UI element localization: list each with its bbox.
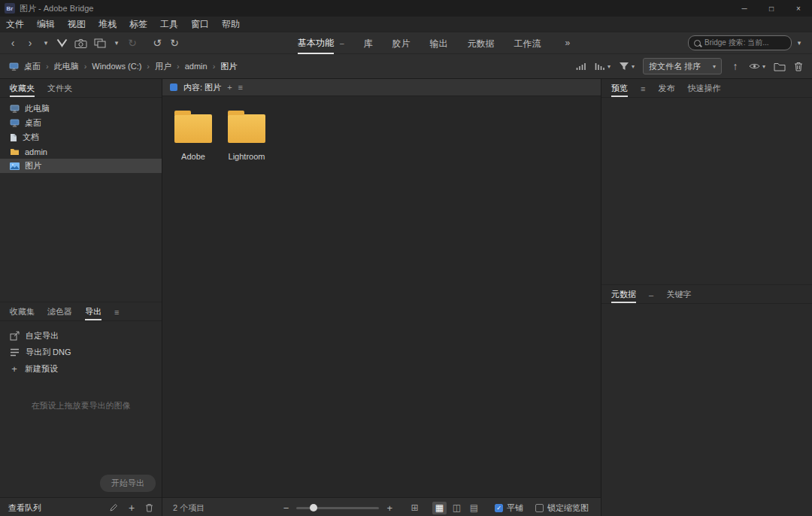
breadcrumb-drive-c[interactable]: Windows (C:) xyxy=(92,62,141,71)
path-bar: 桌面 › 此电脑 › Windows (C:) › 用户 › admin › 图… xyxy=(0,53,812,79)
filter-chevron-icon: ▾ xyxy=(632,63,635,70)
export-icon xyxy=(10,331,20,341)
workspace-menu-icon[interactable]: – xyxy=(340,39,344,47)
export-drop-hint: 在预设上拖放要导出的图像 xyxy=(17,399,145,412)
metadata-panel-menu-icon[interactable]: – xyxy=(649,290,653,303)
zoom-out-icon[interactable]: − xyxy=(283,502,289,514)
folder-tile-adobe[interactable]: Adobe xyxy=(168,105,218,164)
list-view-icon[interactable]: ▤ xyxy=(467,502,481,514)
search-input[interactable]: Bridge 搜索: 当前... xyxy=(688,35,792,50)
menu-file[interactable]: 文件 xyxy=(6,18,24,31)
favorites-item-this-pc[interactable]: 此电脑 xyxy=(0,102,162,116)
workspace-tab-output[interactable]: 输出 xyxy=(430,33,448,53)
menu-stacks[interactable]: 堆栈 xyxy=(98,18,117,31)
workspace-tab-filmstrip[interactable]: 胶片 xyxy=(392,33,411,53)
menu-edit[interactable]: 编辑 xyxy=(37,18,55,31)
slider-thumb[interactable] xyxy=(310,504,317,511)
delete-preset-icon[interactable] xyxy=(145,503,153,512)
tab-export[interactable]: 导出 xyxy=(85,302,102,320)
sort-ascending-icon[interactable]: ↑ xyxy=(730,61,741,71)
breadcrumb-admin[interactable]: admin xyxy=(185,62,208,71)
menu-window[interactable]: 窗口 xyxy=(191,18,209,31)
new-preset-button[interactable]: + 新建预设 xyxy=(0,360,162,377)
panel-menu-icon[interactable]: ≡ xyxy=(114,308,119,320)
details-view-icon[interactable]: ◫ xyxy=(450,502,464,514)
menu-tools[interactable]: 工具 xyxy=(160,18,178,31)
left-panel: 收藏夹 文件夹 此电脑 桌面 文档 xyxy=(0,79,162,516)
breadcrumb-desktop[interactable]: 桌面 xyxy=(24,61,41,72)
add-preset-icon[interactable]: + xyxy=(126,502,137,513)
workspace-tab-metadata[interactable]: 元数据 xyxy=(468,33,495,53)
delete-icon[interactable] xyxy=(794,62,803,71)
edit-preset-icon[interactable] xyxy=(109,503,118,512)
view-queue-button[interactable]: 查看队列 xyxy=(8,502,41,514)
recent-locations-chevron-icon[interactable]: ▾ xyxy=(42,40,50,47)
sort-rating-icon[interactable] xyxy=(576,62,586,71)
camera-import-icon[interactable] xyxy=(74,38,87,48)
tab-folders[interactable]: 文件夹 xyxy=(47,79,72,97)
start-export-row: 开始导出 xyxy=(0,475,162,497)
start-export-button[interactable]: 开始导出 xyxy=(100,475,156,492)
close-icon[interactable]: × xyxy=(785,0,812,17)
thumbnail-size-slider[interactable] xyxy=(296,507,379,509)
boomerang-return-icon[interactable] xyxy=(56,38,68,47)
back-icon[interactable]: ‹ xyxy=(8,38,18,48)
tab-publish[interactable]: 发布 xyxy=(658,79,674,97)
breadcrumb-separator: › xyxy=(213,62,216,71)
checkbox-unchecked-icon[interactable] xyxy=(535,504,544,512)
sort-dropdown[interactable]: 按文件名 排序 ▾ xyxy=(643,58,722,74)
tab-quick-actions[interactable]: 快速操作 xyxy=(687,79,720,97)
menu-label[interactable]: 标签 xyxy=(129,18,147,31)
refresh-icon[interactable]: ↻ xyxy=(127,38,138,48)
lock-grid-icon[interactable]: ⊞ xyxy=(408,502,422,514)
workspace-overflow-icon[interactable]: » xyxy=(565,38,571,48)
tab-keywords[interactable]: 关键字 xyxy=(666,285,691,303)
lock-thumbnail-toggle[interactable]: 锁定缩览图 xyxy=(535,502,589,514)
export-preset-custom[interactable]: 自定导出 xyxy=(0,327,162,344)
export-preset-dng[interactable]: 导出到 DNG xyxy=(0,344,162,360)
tab-filter[interactable]: 滤色器 xyxy=(47,302,72,320)
tile-toggle-label: 平铺 xyxy=(507,502,523,514)
preview-panel-menu-icon[interactable]: ≡ xyxy=(641,84,645,97)
folder-icon xyxy=(174,114,212,143)
search-options-chevron-icon[interactable]: ▾ xyxy=(795,40,803,47)
tab-preview[interactable]: 预览 xyxy=(611,79,628,97)
breadcrumb-users[interactable]: 用户 xyxy=(155,61,171,72)
import-options-chevron-icon[interactable]: ▾ xyxy=(113,40,120,47)
favorites-item-admin[interactable]: admin xyxy=(0,144,162,159)
workspace-tab-workflow[interactable]: 工作流 xyxy=(514,33,541,53)
filter-rating-icon[interactable]: ▾ xyxy=(595,62,611,71)
maximize-icon[interactable]: □ xyxy=(758,0,785,17)
checkbox-checked-icon[interactable]: ✓ xyxy=(495,504,503,512)
favorites-item-desktop[interactable]: 桌面 xyxy=(0,116,162,130)
undo-icon[interactable]: ↺ xyxy=(152,38,162,48)
tab-favorites[interactable]: 收藏夹 xyxy=(10,79,35,97)
forward-icon[interactable]: › xyxy=(25,38,35,48)
tile-toggle[interactable]: ✓ 平铺 xyxy=(495,502,523,514)
thumbnail-view-icon[interactable]: ▦ xyxy=(432,502,447,514)
breadcrumb-this-pc[interactable]: 此电脑 xyxy=(54,61,79,72)
computer-icon xyxy=(10,105,20,113)
new-folder-icon[interactable] xyxy=(774,62,786,71)
path-bar-actions: ▾ ▾ 按文件名 排序 ▾ ↑ ▾ xyxy=(576,58,803,74)
workspace-tab-essentials[interactable]: 基本功能 xyxy=(298,32,334,54)
workspace-tab-libraries[interactable]: 库 xyxy=(364,33,373,53)
tab-metadata[interactable]: 元数据 xyxy=(611,285,636,303)
collections-tab-bar: 收藏集 滤色器 导出 ≡ xyxy=(0,302,162,321)
tab-collections[interactable]: 收藏集 xyxy=(10,302,35,320)
menu-help[interactable]: 帮助 xyxy=(222,18,240,31)
content-menu-icon[interactable]: ≡ xyxy=(238,83,243,92)
thumbnail-quality-icon[interactable]: ▾ xyxy=(749,62,765,70)
breadcrumb-pictures[interactable]: 图片 xyxy=(220,61,237,72)
zoom-in-icon[interactable]: + xyxy=(386,502,392,514)
menu-view[interactable]: 视图 xyxy=(68,18,86,31)
favorites-item-pictures[interactable]: 图片 xyxy=(0,159,162,173)
folder-tile-lightroom[interactable]: Lightroom xyxy=(222,105,271,164)
redo-icon[interactable]: ↻ xyxy=(169,38,180,48)
favorites-item-documents[interactable]: 文档 xyxy=(0,130,162,144)
breadcrumb-separator: › xyxy=(84,62,87,71)
filter-icon[interactable]: ▾ xyxy=(619,62,635,71)
minimize-icon[interactable]: ─ xyxy=(731,0,758,17)
content-add-icon[interactable]: + xyxy=(227,83,232,92)
card-reader-import-icon[interactable] xyxy=(94,38,106,48)
